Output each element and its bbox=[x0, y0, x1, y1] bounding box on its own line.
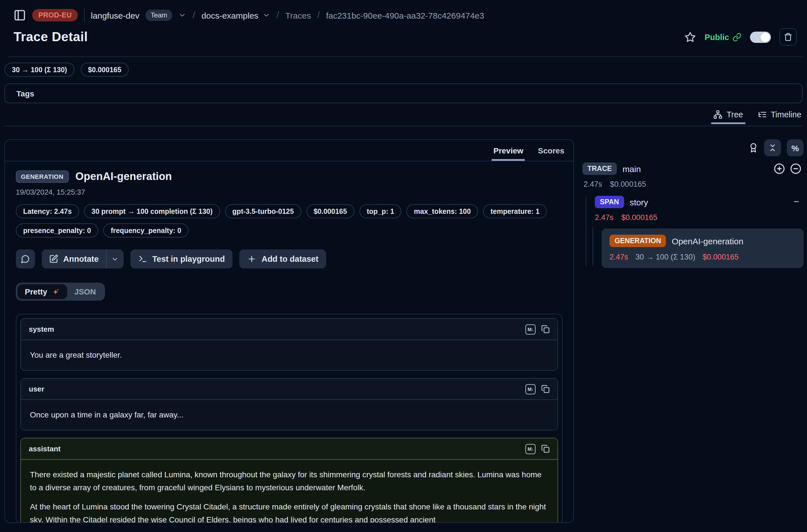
public-toggle[interactable] bbox=[750, 31, 771, 43]
test-in-playground-button[interactable]: Test in playground bbox=[130, 249, 233, 268]
breadcrumb-traces-link[interactable]: Traces bbox=[285, 11, 311, 20]
award-icon bbox=[748, 143, 758, 153]
span-metrics: 2.47s $0.000165 bbox=[595, 213, 804, 222]
annotate-button[interactable]: Annotate bbox=[42, 249, 106, 268]
breadcrumb-org[interactable]: langfuse-dev bbox=[91, 11, 139, 20]
breadcrumb-project[interactable]: docs-examples bbox=[202, 11, 270, 20]
generation-cost: $0.000165 bbox=[702, 253, 739, 261]
span-cost: $0.000165 bbox=[621, 213, 657, 222]
comment-icon bbox=[21, 254, 30, 264]
comment-button[interactable] bbox=[16, 249, 35, 268]
copy-icon[interactable] bbox=[541, 444, 550, 453]
tree-node-span[interactable]: SPAN story − bbox=[595, 196, 804, 208]
markdown-toggle-icon[interactable]: M↓ bbox=[525, 324, 536, 334]
messages-container: system M↓ You are a great storyteller. u… bbox=[16, 314, 563, 523]
presence-penalty-badge: presence_penalty: 0 bbox=[16, 223, 98, 238]
assistant-paragraph: There existed a majestic planet called L… bbox=[30, 468, 548, 494]
trash-icon bbox=[784, 33, 792, 41]
message-system: system M↓ You are a great storyteller. bbox=[20, 318, 558, 370]
annotate-label: Annotate bbox=[63, 254, 99, 264]
frequency-penalty-badge: frequency_penalty: 0 bbox=[103, 223, 188, 238]
generation-latency: 2.47s bbox=[609, 253, 628, 261]
tabs-divider bbox=[4, 126, 803, 126]
message-user: user M↓ Once upon a time in a galaxy far… bbox=[20, 378, 558, 431]
trace-tree-panel: % TRACE main 2.47s $0.000165 SPAN story … bbox=[582, 139, 804, 268]
temperature-badge: temperature: 1 bbox=[483, 204, 547, 218]
message-content: You are a great storyteller. bbox=[21, 340, 558, 370]
tab-preview[interactable]: Preview bbox=[493, 146, 523, 161]
pretty-label: Pretty bbox=[25, 287, 47, 296]
tree-icon bbox=[714, 110, 722, 119]
trace-detail-page: PROD-EU langfuse-dev Team / docs-example… bbox=[0, 0, 807, 532]
annotate-split-button: Annotate bbox=[42, 249, 124, 268]
format-pretty-button[interactable]: Pretty bbox=[18, 284, 67, 299]
cost-badge: $0.000165 bbox=[306, 204, 354, 218]
message-role: system bbox=[29, 325, 54, 334]
breadcrumb-separator: / bbox=[317, 10, 320, 21]
expand-all-icon[interactable] bbox=[774, 163, 785, 174]
collapse-all-circle-icon[interactable] bbox=[790, 163, 801, 174]
latency-badge: Latency: 2.47s bbox=[16, 204, 79, 218]
message-content: There existed a majestic planet called L… bbox=[21, 460, 558, 523]
bookmark-star-icon[interactable] bbox=[685, 31, 696, 43]
trace-latency: 2.47s bbox=[583, 180, 602, 188]
toggle-knob bbox=[761, 33, 770, 41]
tab-timeline[interactable]: Timeline bbox=[757, 110, 801, 124]
trace-type-badge: TRACE bbox=[582, 163, 617, 175]
public-label: Public bbox=[705, 33, 729, 41]
collapse-node-icon[interactable]: − bbox=[793, 196, 804, 208]
message-role: user bbox=[29, 385, 44, 393]
model-badge[interactable]: gpt-3.5-turbo-0125 bbox=[225, 204, 301, 218]
copy-icon[interactable] bbox=[541, 385, 550, 393]
token-breakdown-badge: 30 prompt → 100 completion (Σ 130) bbox=[84, 204, 220, 218]
span-name: story bbox=[630, 197, 648, 207]
sparkles-icon bbox=[51, 287, 59, 296]
observation-timestamp: 19/03/2024, 15:25:37 bbox=[16, 188, 563, 196]
tab-tree-label: Tree bbox=[727, 110, 743, 119]
message-content: Once upon a time in a galaxy far, far aw… bbox=[21, 400, 558, 430]
collapse-all-button[interactable] bbox=[764, 139, 781, 156]
chevron-down-icon bbox=[111, 255, 119, 263]
pen-square-icon bbox=[49, 254, 58, 264]
breadcrumb: PROD-EU langfuse-dev Team / docs-example… bbox=[14, 8, 796, 22]
tree-node-trace[interactable]: TRACE main bbox=[582, 163, 804, 175]
generation-usage: 30 → 100 (Σ 130) bbox=[635, 253, 695, 261]
annotate-dropdown-button[interactable] bbox=[107, 249, 124, 268]
span-latency: 2.47s bbox=[595, 213, 614, 222]
org-chevron-down-icon[interactable] bbox=[179, 11, 187, 19]
trace-cost: $0.000165 bbox=[610, 180, 646, 188]
observation-name: OpenAI-generation bbox=[75, 170, 172, 183]
chevrons-down-up-icon bbox=[768, 143, 777, 152]
project-chevron-down-icon[interactable] bbox=[262, 11, 270, 19]
cost-badge: $0.000165 bbox=[81, 63, 129, 77]
assistant-paragraph: At the heart of Lumina stood the towerin… bbox=[30, 500, 548, 523]
annotation-queue-icon[interactable] bbox=[748, 143, 758, 153]
format-json-button[interactable]: JSON bbox=[67, 284, 103, 299]
copy-icon[interactable] bbox=[541, 325, 550, 334]
markdown-toggle-icon[interactable]: M↓ bbox=[525, 384, 536, 394]
divider bbox=[84, 8, 85, 22]
message-assistant: assistant M↓ There existed a majestic pl… bbox=[20, 438, 558, 523]
delete-trace-button[interactable] bbox=[780, 28, 797, 46]
observation-type-badge: GENERATION bbox=[16, 170, 69, 183]
generation-type-badge: GENERATION bbox=[609, 235, 666, 247]
tab-timeline-label: Timeline bbox=[771, 110, 801, 119]
generation-name: OpenAI-generation bbox=[672, 236, 744, 246]
tree-node-generation-selected[interactable]: GENERATION OpenAI-generation 2.47s 30 → … bbox=[602, 228, 804, 268]
breadcrumb-trace-id: fac231bc-90ee-490a-aa32-78c4269474e3 bbox=[326, 11, 484, 20]
sidebar-toggle-icon[interactable] bbox=[14, 9, 26, 21]
tab-scores[interactable]: Scores bbox=[538, 146, 564, 161]
add-to-dataset-button[interactable]: Add to dataset bbox=[240, 249, 326, 268]
message-role: assistant bbox=[29, 444, 61, 453]
environment-badge[interactable]: PROD-EU bbox=[32, 9, 78, 21]
public-share-link[interactable]: Public bbox=[705, 33, 742, 41]
max-tokens-badge: max_tokens: 100 bbox=[407, 204, 478, 218]
link-icon bbox=[732, 33, 742, 41]
token-usage-badge: 30 → 100 (Σ 130) bbox=[4, 63, 75, 77]
tab-tree[interactable]: Tree bbox=[714, 110, 743, 124]
toggle-metrics-button[interactable]: % bbox=[787, 139, 804, 156]
breadcrumb-separator: / bbox=[193, 10, 195, 21]
tags-box[interactable]: Tags bbox=[4, 83, 803, 103]
header-divider bbox=[8, 56, 803, 57]
markdown-toggle-icon[interactable]: M↓ bbox=[525, 444, 536, 454]
